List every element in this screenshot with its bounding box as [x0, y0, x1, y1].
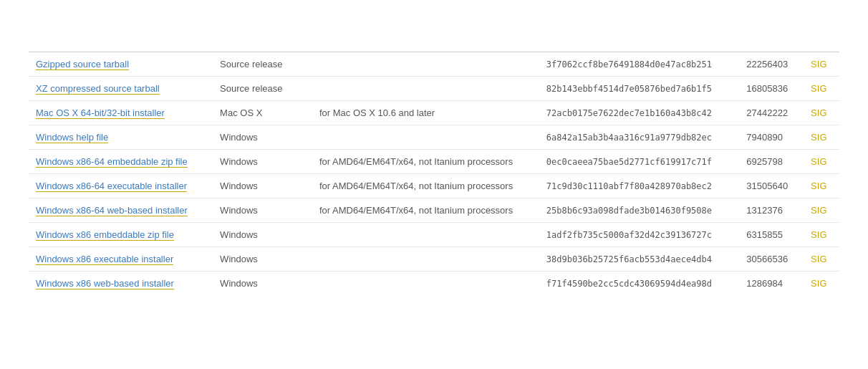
file-link[interactable]: Gzipped source tarball	[36, 59, 129, 70]
table-row: Windows help fileWindows6a842a15ab3b4aa3…	[29, 125, 839, 150]
table-row: Mac OS X 64-bit/32-bit installerMac OS X…	[29, 101, 839, 125]
gpg-cell[interactable]: SIG	[804, 77, 839, 101]
md5-cell: 6a842a15ab3b4aa316c91a9779db82ec	[539, 125, 740, 150]
md5-cell: 38d9b036b25725f6acb553d4aece4db4	[539, 247, 740, 272]
size-cell: 6315855	[739, 223, 804, 247]
size-cell: 27442222	[739, 101, 804, 125]
table-row: Windows x86-64 executable installerWindo…	[29, 174, 839, 198]
gpg-cell[interactable]: SIG	[804, 125, 839, 150]
file-link[interactable]: Windows x86 web-based installer	[36, 278, 174, 289]
os-cell: Windows	[213, 247, 312, 272]
os-cell: Windows	[213, 150, 312, 174]
md5-cell: 3f7062ccf8be76491884d0e47ac8b251	[539, 52, 740, 77]
os-cell: Windows	[213, 125, 312, 150]
os-cell: Windows	[213, 174, 312, 198]
table-row: Windows x86-64 web-based installerWindow…	[29, 198, 839, 223]
table-row: XZ compressed source tarballSource relea…	[29, 77, 839, 101]
file-link[interactable]: Windows help file	[36, 132, 108, 143]
file-link[interactable]: Windows x86 embeddable zip file	[36, 229, 174, 241]
table-row: Windows x86 web-based installerWindowsf7…	[29, 272, 839, 296]
desc-cell: for Mac OS X 10.6 and later	[312, 101, 539, 125]
desc-cell	[312, 247, 539, 272]
gpg-cell[interactable]: SIG	[804, 223, 839, 247]
gpg-cell[interactable]: SIG	[804, 198, 839, 223]
table-row: Windows x86 executable installerWindows3…	[29, 247, 839, 272]
size-cell: 7940890	[739, 125, 804, 150]
desc-cell: for AMD64/EM64T/x64, not Itanium process…	[312, 198, 539, 223]
md5-cell: 0ec0caeea75bae5d2771cf619917c71f	[539, 150, 740, 174]
size-cell: 30566536	[739, 247, 804, 272]
gpg-cell[interactable]: SIG	[804, 174, 839, 198]
gpg-cell[interactable]: SIG	[804, 247, 839, 272]
table-row: Gzipped source tarballSource release3f70…	[29, 52, 839, 77]
md5-cell: 82b143ebbf4514d7e05876bed7a6b1f5	[539, 77, 740, 101]
size-cell: 31505640	[739, 174, 804, 198]
os-cell: Windows	[213, 198, 312, 223]
col-header-md5	[539, 39, 740, 52]
desc-cell	[312, 52, 539, 77]
desc-cell	[312, 77, 539, 101]
size-cell: 16805836	[739, 77, 804, 101]
md5-cell: 1adf2fb735c5000af32d42c39136727c	[539, 223, 740, 247]
file-link[interactable]: Windows x86 executable installer	[36, 254, 173, 265]
gpg-cell[interactable]: SIG	[804, 272, 839, 296]
md5-cell: 25b8b6c93a098dfade3b014630f9508e	[539, 198, 740, 223]
desc-cell	[312, 223, 539, 247]
table-row: Windows x86 embeddable zip fileWindows1a…	[29, 223, 839, 247]
desc-cell	[312, 125, 539, 150]
os-cell: Windows	[213, 272, 312, 296]
md5-cell: f71f4590be2cc5cdc43069594d4ea98d	[539, 272, 740, 296]
table-row: Windows x86-64 embeddable zip fileWindow…	[29, 150, 839, 174]
col-header-gpg	[804, 39, 839, 52]
size-cell: 22256403	[739, 52, 804, 77]
file-link[interactable]: Mac OS X 64-bit/32-bit installer	[36, 107, 165, 119]
col-header-version	[29, 39, 213, 52]
gpg-cell[interactable]: SIG	[804, 150, 839, 174]
desc-cell	[312, 272, 539, 296]
os-cell: Mac OS X	[213, 101, 312, 125]
gpg-cell[interactable]: SIG	[804, 52, 839, 77]
col-header-size	[739, 39, 804, 52]
size-cell: 1312376	[739, 198, 804, 223]
os-cell: Source release	[213, 77, 312, 101]
md5-cell: 72acb0175e7622dec7e1b160a43b8c42	[539, 101, 740, 125]
desc-cell: for AMD64/EM64T/x64, not Itanium process…	[312, 150, 539, 174]
file-link[interactable]: Windows x86-64 executable installer	[36, 181, 187, 192]
size-cell: 1286984	[739, 272, 804, 296]
desc-cell: for AMD64/EM64T/x64, not Itanium process…	[312, 174, 539, 198]
col-header-desc	[312, 39, 539, 52]
size-cell: 6925798	[739, 150, 804, 174]
table-header	[29, 39, 839, 52]
file-link[interactable]: Windows x86-64 embeddable zip file	[36, 156, 188, 168]
gpg-cell[interactable]: SIG	[804, 101, 839, 125]
file-link[interactable]: Windows x86-64 web-based installer	[36, 205, 188, 216]
file-link[interactable]: XZ compressed source tarball	[36, 83, 160, 95]
col-header-os	[213, 39, 312, 52]
md5-cell: 71c9d30c1110abf7f80a428970ab8ec2	[539, 174, 740, 198]
os-cell: Source release	[213, 52, 312, 77]
os-cell: Windows	[213, 223, 312, 247]
